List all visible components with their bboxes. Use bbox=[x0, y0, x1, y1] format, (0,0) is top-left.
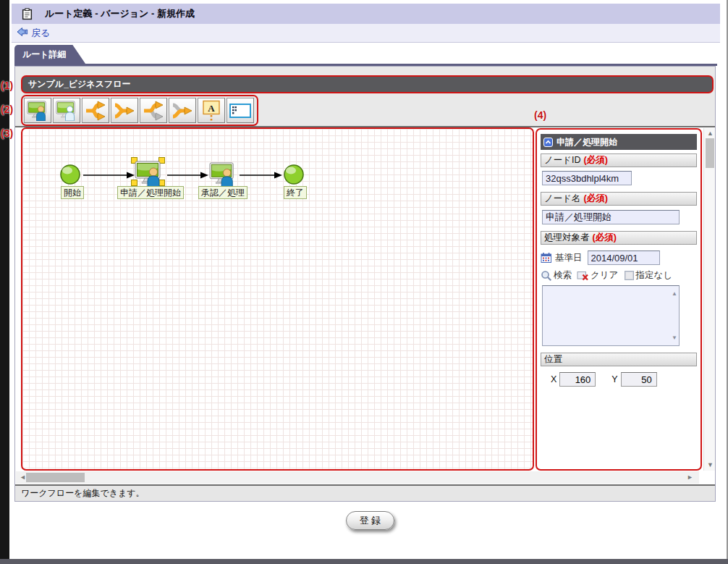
flow-title-text: サンプル_ビジネスフロー bbox=[28, 79, 131, 89]
window-title-bar: ルート定義 - バージョン - 新規作成 bbox=[12, 4, 720, 24]
vertical-scroll-thumb[interactable] bbox=[706, 138, 714, 168]
no-select-label: 指定なし bbox=[635, 269, 672, 282]
target-listbox[interactable]: ▲ ▼ bbox=[542, 285, 680, 346]
annotation-icon[interactable]: A bbox=[198, 98, 225, 123]
node-name-label: ノード名 bbox=[544, 193, 581, 203]
workflow-editor-widget: サンプル_ビジネスフロー bbox=[14, 66, 716, 502]
branch-join-icon[interactable] bbox=[111, 98, 138, 123]
tab-route-detail[interactable]: ルート詳細 bbox=[14, 45, 85, 64]
back-arrow-icon bbox=[17, 27, 28, 39]
back-link[interactable]: 戻る bbox=[17, 27, 50, 40]
node-id-input[interactable] bbox=[542, 171, 632, 185]
node-end[interactable] bbox=[283, 164, 305, 188]
page-title: ルート定義 - バージョン - 新規作成 bbox=[45, 7, 195, 20]
workflow-canvas[interactable]: 開始 申請／処理開始 bbox=[21, 127, 534, 471]
bottom-border-strip bbox=[0, 559, 728, 564]
node-palette-toolbar: A bbox=[21, 95, 258, 126]
node-start[interactable] bbox=[59, 164, 81, 188]
back-label: 戻る bbox=[31, 27, 50, 40]
sync-start-icon[interactable] bbox=[140, 98, 167, 123]
base-date-label: 基準日 bbox=[555, 252, 583, 264]
scroll-left-icon[interactable]: ◄ bbox=[20, 474, 26, 481]
back-bar: 戻る bbox=[12, 24, 720, 43]
svg-text:A: A bbox=[208, 102, 215, 113]
calendar-icon[interactable] bbox=[541, 252, 552, 264]
scroll-right-icon[interactable]: ► bbox=[687, 474, 693, 481]
connector-arrows bbox=[22, 129, 533, 469]
panel-vertical-scrollbar[interactable]: ▲ ▼ bbox=[703, 128, 715, 471]
y-input[interactable] bbox=[621, 372, 657, 387]
flow-definition-title-bar: サンプル_ビジネスフロー bbox=[21, 75, 714, 93]
process-node-icon bbox=[209, 162, 237, 188]
callout-2: (2) bbox=[1, 104, 13, 115]
required-badge: (必須) bbox=[584, 193, 608, 203]
swimlane-icon[interactable] bbox=[227, 98, 254, 123]
node-id-label: ノードID bbox=[544, 155, 581, 165]
base-date-input[interactable] bbox=[588, 251, 660, 265]
node-end-label: 終了 bbox=[284, 186, 307, 199]
node-name-input[interactable] bbox=[542, 210, 680, 224]
node-application-start-label: 申請／処理開始 bbox=[117, 186, 184, 199]
position-label: 位置 bbox=[544, 354, 562, 364]
search-row: 検索 クリア 指定なし bbox=[541, 269, 697, 282]
node-start-label: 開始 bbox=[61, 186, 84, 199]
scroll-up-icon[interactable]: ▲ bbox=[707, 130, 714, 137]
target-field-bar: 処理対象者(必須) bbox=[541, 231, 697, 245]
clear-icon[interactable] bbox=[577, 270, 589, 281]
process-node-icon[interactable] bbox=[24, 98, 51, 123]
callout-3: (3) bbox=[1, 127, 13, 139]
callout-1: (1) bbox=[1, 80, 13, 91]
properties-header: 申請／処理開始 bbox=[541, 134, 697, 150]
required-badge: (必須) bbox=[584, 155, 608, 165]
listbox-scroll-up-icon[interactable]: ▲ bbox=[672, 290, 677, 297]
dynamic-process-node-icon[interactable] bbox=[53, 98, 80, 123]
node-name-field-bar: ノード名(必須) bbox=[541, 192, 697, 206]
sync-join-icon[interactable] bbox=[169, 98, 196, 123]
scroll-down-icon[interactable]: ▼ bbox=[707, 462, 714, 468]
properties-title: 申請／処理開始 bbox=[556, 136, 617, 148]
y-label: Y bbox=[611, 374, 617, 384]
listbox-scroll-down-icon[interactable]: ▼ bbox=[672, 334, 677, 341]
position-field-bar: 位置 bbox=[541, 353, 697, 366]
page: ルート定義 - バージョン - 新規作成 戻る ルート詳細 サンプル_ビジネスフ… bbox=[0, 0, 728, 564]
required-badge: (必須) bbox=[593, 232, 617, 243]
base-date-row: 基準日 bbox=[541, 251, 697, 265]
position-row: X Y bbox=[551, 372, 697, 387]
clipboard-icon bbox=[20, 7, 33, 20]
process-node-icon bbox=[135, 161, 164, 188]
status-bar: ワークフローを編集できます。 bbox=[15, 486, 715, 501]
scrollbar-corner bbox=[699, 471, 715, 484]
node-id-field-bar: ノードID(必須) bbox=[541, 153, 697, 167]
search-icon[interactable] bbox=[541, 270, 552, 282]
clear-label[interactable]: クリア bbox=[591, 269, 618, 282]
callout-4: (4) bbox=[534, 109, 546, 121]
properties-panel: 申請／処理開始 ノードID(必須) ノード名(必須) 処理対象者(必須) bbox=[536, 128, 702, 471]
no-select-checkbox[interactable] bbox=[625, 271, 634, 280]
canvas-horizontal-scrollbar[interactable]: ◄ ► bbox=[16, 471, 699, 484]
start-node-icon bbox=[59, 164, 81, 185]
register-button[interactable]: 登 録 bbox=[346, 511, 394, 530]
target-label: 処理対象者 bbox=[544, 232, 590, 243]
x-label: X bbox=[551, 374, 556, 384]
horizontal-scroll-thumb[interactable] bbox=[26, 473, 85, 482]
end-node-icon bbox=[283, 164, 305, 185]
search-label[interactable]: 検索 bbox=[554, 269, 572, 282]
collapse-icon[interactable] bbox=[543, 138, 553, 147]
node-approval-label: 承認／処理 bbox=[198, 186, 247, 199]
x-input[interactable] bbox=[559, 372, 596, 387]
branch-start-icon[interactable] bbox=[82, 98, 109, 123]
